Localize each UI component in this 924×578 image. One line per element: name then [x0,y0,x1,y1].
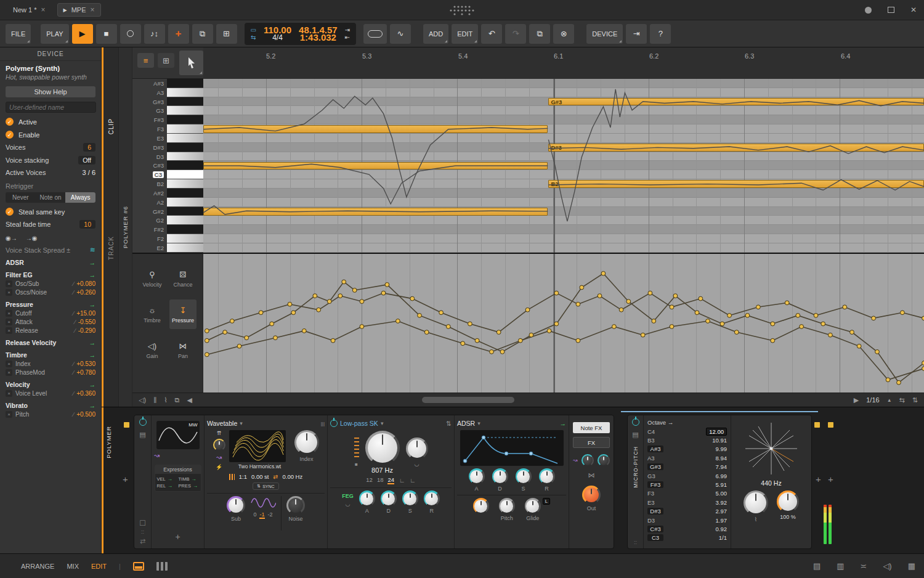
mod-target-pitch[interactable]: ×Pitch∕+0.500 [6,411,95,418]
piano-key-g2[interactable]: G2 [132,216,203,225]
key-bar[interactable] [167,97,203,107]
env-knob-a[interactable]: A [469,468,485,492]
expression-vel[interactable]: VEL→ [157,476,177,482]
lfo-display[interactable]: MW [156,421,200,449]
note-tuning-value[interactable]: 3.92 [716,499,727,506]
device-name-input[interactable] [6,102,96,113]
filter-swap-icon[interactable]: ⇅ [446,420,452,427]
mod-arrow-icon[interactable]: ↝ [216,454,222,462]
mod-amount-value[interactable]: -0.290 [78,327,95,334]
glide-knob[interactable] [525,498,541,514]
layers-icon[interactable]: ≋ [90,246,95,254]
audio-engine-status-icon[interactable] [865,7,872,14]
note-tuning-value[interactable]: 6.99 [716,473,727,479]
mod-amount-value[interactable]: -0.550 [78,319,95,325]
expression-lane-pressure[interactable]: ↧Pressure [169,299,197,329]
drag-handle-icon[interactable]: :: [141,529,144,535]
tab-clip[interactable]: CLIP [108,118,115,134]
micropitch-row-a3[interactable]: A38.94 [645,454,729,462]
tempo-display[interactable]: 110.00 [264,27,291,33]
sync-toggle[interactable]: ⇅ SYNC [253,482,278,490]
piano-key-f3[interactable]: F3 [132,124,203,134]
timeline-label[interactable]: 6.3 [745,52,754,60]
mod-target-oscs-noise[interactable]: ×Oscs/Noise∕+0.260 [6,289,95,296]
note-list-view-button[interactable]: ≡ [137,53,154,68]
env-mod-arrow-icon[interactable]: → [560,420,567,427]
key-bar[interactable] [167,161,203,170]
meter-icon[interactable]: ⫼ [153,396,156,404]
tuning-knob[interactable] [744,490,768,515]
undo-button[interactable]: ↶ [481,24,502,44]
sub-octave-2[interactable]: -2 [268,511,273,519]
key-bar[interactable] [167,79,203,88]
chevron-down-icon[interactable]: ▾ [477,420,480,426]
track-name-column[interactable]: POLYMER #6 [119,47,132,407]
midi-note-d-3[interactable]: D#3 [548,144,924,152]
micro-pitch-device[interactable]: ▤ MICRO-PITCH :: Octave → C412.00B310.91… [627,415,812,549]
presets-folder-icon[interactable]: ▤ [632,431,638,439]
shuffle-icon[interactable]: ⇆ [251,35,256,41]
note-tuning-value[interactable]: 10.91 [712,437,727,444]
midi-io-button[interactable]: ♪↕ [144,24,165,44]
micropitch-row-g3[interactable]: G36.99 [645,471,729,480]
add-device-button[interactable]: + [816,474,821,484]
fold-view-button[interactable]: ⊞ [158,53,174,68]
view-tab-arrange[interactable]: ARRANGE [21,563,54,570]
octave-label[interactable]: Octave → [647,419,673,426]
key-bar[interactable] [167,225,203,234]
unison-icon[interactable]: ⇈ [217,430,222,436]
phase-mod-icon[interactable]: ⚡ [216,464,222,470]
mod-amount-value[interactable]: +0.780 [76,369,95,376]
wavetable-file-name[interactable]: Two Harmonics.wt [229,463,291,470]
plugin-window-button[interactable]: ⊞ [216,24,237,44]
piano-key-c3[interactable]: C3 [132,170,203,179]
add-device-button-2[interactable]: + [828,474,833,484]
key-bar[interactable] [167,115,203,124]
scroll-right-icon[interactable]: ▶ [854,396,859,404]
remove-mod-icon[interactable]: × [6,369,12,376]
mod-source-release-velocity[interactable]: Release Velocity→ [6,339,95,346]
sub-level-knob[interactable] [227,496,245,515]
spread-knob[interactable] [582,454,594,466]
velocity-sensitivity-knob[interactable] [473,498,489,514]
expression-timb[interactable]: TIMB→ [179,476,199,482]
piano-key-d-3[interactable]: D#3 [132,143,203,152]
keyboard-panel-icon[interactable]: ▦ [908,561,915,571]
project-panel-icon[interactable]: ▥ [837,561,844,571]
micropitch-row-a-3[interactable]: A#39.99 [645,445,729,454]
micropitch-row-c4[interactable]: C412.00 [645,427,729,436]
timeline-label[interactable]: 5.4 [458,52,468,60]
env-knob-s[interactable]: S [516,468,532,492]
timeline-label[interactable]: 5.3 [362,52,371,60]
retrigger-option-note-on[interactable]: Note on [36,192,66,203]
env-knob-d[interactable]: D [492,468,508,492]
sub-octave-1[interactable]: -1 [259,511,264,519]
note-tuning-value[interactable]: 5.91 [716,481,727,488]
piano-key-g-2[interactable]: G#2 [132,207,203,216]
add-button[interactable]: ADD [423,24,448,44]
filter-eg-label[interactable]: FEG [342,493,354,499]
micropitch-row-d-3[interactable]: D#32.97 [645,507,729,516]
mod-amount-value[interactable]: +0.360 [76,390,95,397]
env-knob-r[interactable]: R [539,468,555,492]
dual-panel-layout-icon[interactable] [156,562,168,571]
automation-follow-button[interactable]: ∿ [390,24,411,44]
play-button[interactable]: ▶ [72,24,93,44]
wavetable-display[interactable] [229,430,286,462]
mod-source-velocity[interactable]: Velocity→ [6,381,95,388]
micropitch-row-g-3[interactable]: G#37.94 [645,463,729,471]
note-tuning-value[interactable]: 12.00 [706,428,727,436]
grid-resolution-value[interactable]: 1/16 [866,396,879,404]
filter-cutoff-value[interactable]: 807 Hz [371,466,393,474]
sub-octave-0[interactable]: 0 [253,511,256,519]
key-bar[interactable] [167,207,203,216]
remove-mod-icon[interactable]: × [6,327,12,334]
plugin-window-icon[interactable]: □ [140,518,145,527]
expression-lane-velocity[interactable]: ⚲Velocity [139,264,166,293]
timeline-label[interactable]: 5.2 [266,52,275,60]
edit-menu-button[interactable]: EDIT [452,24,478,44]
mod-amount-value[interactable]: +0.500 [76,411,95,418]
filter-keytrack-meter-icon[interactable] [354,438,359,458]
expression-lane-pan[interactable]: ⋈Pan [169,335,197,365]
overdub-button[interactable]: + [168,24,189,44]
